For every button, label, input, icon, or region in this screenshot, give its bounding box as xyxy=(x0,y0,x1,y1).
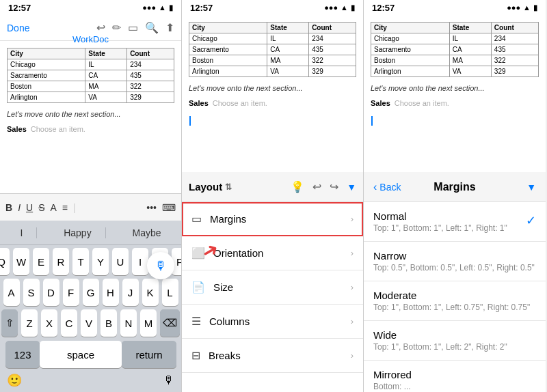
suggest-1[interactable]: I xyxy=(6,227,37,238)
list-button[interactable]: ≡ xyxy=(62,202,68,213)
battery-icon: ▮ xyxy=(169,3,173,12)
sales-field[interactable]: Sales Choose an item. xyxy=(7,125,174,133)
sales-field-2[interactable]: Sales Choose an item. xyxy=(189,99,356,107)
key-b[interactable]: B xyxy=(101,309,117,337)
key-e[interactable]: E xyxy=(33,248,49,275)
key-j[interactable]: J xyxy=(122,279,139,306)
backspace-key[interactable]: ⌫ xyxy=(160,309,180,337)
format-bar: B I U S A ≡ | ••• ⌨ xyxy=(0,193,181,221)
done-button[interactable]: Done xyxy=(7,23,29,33)
shift-key[interactable]: ⇧ xyxy=(1,309,18,337)
word-suggestions: I Happy Maybe xyxy=(0,221,181,245)
italic-button[interactable]: I xyxy=(18,202,21,213)
device-icon[interactable]: ▭ xyxy=(128,21,138,34)
margin-option-moderate[interactable]: Moderate Top: 1", Bottom: 1", Left: 0.75… xyxy=(364,281,546,321)
key-q[interactable]: Q xyxy=(0,248,10,275)
key-l[interactable]: L xyxy=(162,279,178,306)
key-x[interactable]: X xyxy=(41,309,57,337)
battery-icon-3: ▮ xyxy=(533,3,537,12)
key-h[interactable]: H xyxy=(103,279,119,306)
col-count: Count xyxy=(127,48,174,59)
back-button[interactable]: ‹ Back xyxy=(373,181,401,193)
key-d[interactable]: D xyxy=(43,279,59,306)
size-icon: 📄 xyxy=(191,281,205,294)
kb-mic-button[interactable]: 🎙 xyxy=(163,374,174,387)
suggest-2[interactable]: Happy xyxy=(50,227,105,238)
emoji-button[interactable]: 🙂 xyxy=(7,373,22,388)
share-icon[interactable]: ⬆ xyxy=(165,21,174,34)
margin-name-narrow: Narrow xyxy=(373,250,536,262)
sales-field-3[interactable]: Sales Choose an item. xyxy=(371,99,539,107)
key-i[interactable]: I xyxy=(132,248,148,275)
table-row: ArlingtonVA329 xyxy=(8,92,174,103)
more-button[interactable]: ••• xyxy=(146,202,157,213)
key-v[interactable]: V xyxy=(81,309,97,337)
key-m[interactable]: M xyxy=(140,309,157,337)
key-w[interactable]: W xyxy=(13,248,29,275)
key-s[interactable]: S xyxy=(23,279,40,306)
breaks-icon: ⊟ xyxy=(191,349,200,362)
key-y[interactable]: Y xyxy=(92,248,109,275)
separator: | xyxy=(73,202,76,213)
chevron-right-icon-4: › xyxy=(351,316,353,326)
status-bar-2: 12:57 ●●● ▲ ▮ xyxy=(182,0,363,15)
margin-desc-normal: Top: 1", Bottom: 1", Left: 1", Right: 1" xyxy=(373,223,526,233)
layout-chevron-icon: ⇅ xyxy=(225,182,232,192)
strikethrough-button[interactable]: S xyxy=(38,202,44,213)
key-z[interactable]: Z xyxy=(21,309,38,337)
panel-2: 12:57 ●●● ▲ ▮ City State Count ChicagoIL… xyxy=(182,0,364,392)
menu-item-size[interactable]: 📄 Size › xyxy=(182,270,363,305)
margin-desc-wide: Top: 1", Bottom: 1", Left: 2", Right: 2" xyxy=(373,342,536,352)
back-label: Back xyxy=(379,182,401,193)
breaks-label: Breaks xyxy=(209,350,241,361)
table-row: SacramentoCA435 xyxy=(189,44,356,55)
key-a[interactable]: A xyxy=(3,279,20,306)
chevron-right-icon-2: › xyxy=(351,248,353,258)
return-key[interactable]: return xyxy=(122,341,176,368)
underline-button[interactable]: U xyxy=(26,202,33,213)
table-row: ChicagoIL234 xyxy=(371,33,539,44)
chevron-right-icon-3: › xyxy=(351,282,353,292)
redo-icon[interactable]: ↪ xyxy=(330,180,338,193)
key-c[interactable]: C xyxy=(61,309,77,337)
table-row: BostonMA322 xyxy=(8,81,174,92)
back-chevron-icon: ‹ xyxy=(373,181,377,193)
sales-label-2: Sales xyxy=(189,99,209,107)
margins-toolbar: ‹ Back Margins ▼ xyxy=(364,172,546,202)
keyboard-button[interactable]: ⌨ xyxy=(162,202,176,213)
key-f[interactable]: F xyxy=(63,279,79,306)
cursor-3 xyxy=(371,116,373,126)
layout-title: Layout ⇅ xyxy=(189,181,232,193)
margins-dropdown-icon[interactable]: ▼ xyxy=(526,182,536,193)
mic-button[interactable]: 🎙 xyxy=(147,252,174,279)
margin-option-narrow[interactable]: Narrow Top: 0.5", Bottom: 0.5", Left: 0.… xyxy=(364,242,546,281)
undo-icon[interactable]: ↩ xyxy=(96,21,105,34)
menu-item-columns[interactable]: ☰ Columns › xyxy=(182,305,363,339)
menu-item-margins[interactable]: ▭ Margins › xyxy=(182,202,363,236)
margin-option-wide[interactable]: Wide Top: 1", Bottom: 1", Left: 2", Righ… xyxy=(364,321,546,361)
text-color-button[interactable]: A xyxy=(50,202,56,213)
key-k[interactable]: K xyxy=(142,279,159,306)
suggest-3[interactable]: Maybe xyxy=(119,227,175,238)
margin-name-wide: Wide xyxy=(373,329,536,341)
margin-info-normal: Normal Top: 1", Bottom: 1", Left: 1", Ri… xyxy=(373,210,526,233)
numbers-key[interactable]: 123 xyxy=(5,341,40,368)
bulb-icon[interactable]: 💡 xyxy=(291,180,304,193)
margin-option-normal[interactable]: Normal Top: 1", Bottom: 1", Left: 1", Ri… xyxy=(364,202,546,242)
dropdown-icon[interactable]: ▼ xyxy=(347,182,356,193)
search-icon[interactable]: 🔍 xyxy=(145,21,159,34)
cursor xyxy=(189,116,191,126)
space-key[interactable]: space xyxy=(40,341,122,368)
choose-placeholder-2: Choose an item. xyxy=(213,99,267,107)
undo-icon-2[interactable]: ↩ xyxy=(312,180,321,193)
key-u[interactable]: U xyxy=(112,248,129,275)
key-g[interactable]: G xyxy=(83,279,99,306)
key-n[interactable]: N xyxy=(120,309,137,337)
margin-option-mirrored[interactable]: Mirrored Bottom: ... xyxy=(364,361,546,392)
pen-icon[interactable]: ✏ xyxy=(112,21,121,34)
bold-button[interactable]: B xyxy=(5,202,12,213)
menu-item-breaks[interactable]: ⊟ Breaks › xyxy=(182,339,363,373)
key-r[interactable]: R xyxy=(53,248,69,275)
key-t[interactable]: T xyxy=(72,248,89,275)
margin-name-moderate: Moderate xyxy=(373,290,536,301)
